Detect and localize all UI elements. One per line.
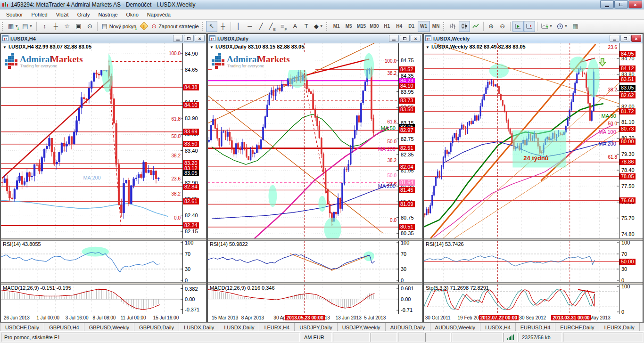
tile-windows-button[interactable]: ▦ xyxy=(570,21,581,32)
chart-restore-button[interactable] xyxy=(620,35,630,42)
cursor-button[interactable]: ↖ xyxy=(206,21,217,32)
equidistant-channel-button[interactable]: ╱E xyxy=(267,21,278,32)
zoom-in-button[interactable]: ⊕ xyxy=(486,21,497,32)
chart-restore-button[interactable] xyxy=(184,35,194,42)
chart-tab-i-usdx-daily[interactable]: I.USDX,Daily xyxy=(179,323,219,331)
indicators-button[interactable]: ▼ xyxy=(539,21,555,32)
toolbar-separator xyxy=(97,22,98,31)
navigator-button[interactable]: ☆ xyxy=(61,21,73,32)
chart-tab-i-usdx-h4[interactable]: I.USDX,H4 xyxy=(480,323,516,331)
chart-minimize-button[interactable] xyxy=(389,35,399,42)
chart-window-daily[interactable]: I.USDX,Daily×100.038.261.850.038.250.023… xyxy=(207,33,422,322)
tf-m5[interactable]: M5 xyxy=(343,21,355,32)
chart-tab-usdchf-daily[interactable]: USDCHF,Daily xyxy=(0,323,44,331)
chart-window-titlebar[interactable]: I.USDX,H4× xyxy=(1,34,206,43)
fibonacci-retracement-button[interactable]: ≡F xyxy=(278,21,289,32)
chart-tab-usdjpy-daily[interactable]: USDJPY,Daily xyxy=(295,323,338,331)
moving-average-line[interactable] xyxy=(1,200,168,216)
chart-close-button[interactable]: × xyxy=(631,35,641,42)
new-chart-button[interactable]: ▦+▼ xyxy=(6,21,20,32)
menu-vlo-it[interactable]: Vložit xyxy=(52,10,73,19)
chart-window-weekly[interactable]: I.USDX,Weekly×23.638.250.061.8MA 50MA 10… xyxy=(423,33,643,322)
chart-tab-eurchf-daily[interactable]: EURCHF,Daily xyxy=(555,323,599,331)
oscillator-tick: -0.371 xyxy=(185,307,199,313)
sto-trend-line[interactable] xyxy=(578,289,594,292)
tf-h1[interactable]: H1 xyxy=(381,21,393,32)
candlestick-chart-button[interactable] xyxy=(459,21,470,32)
down-arrow-icon[interactable] xyxy=(599,58,606,66)
chart-tab-audusd-weekly[interactable]: AUDUSD,Weekly xyxy=(430,323,480,331)
chart-minimize-button[interactable] xyxy=(173,35,183,42)
menu-grafy[interactable]: Grafy xyxy=(73,10,94,19)
new-order-button[interactable]: ▤+Nový pokyn xyxy=(99,21,138,32)
horizontal-line-button[interactable]: ─ xyxy=(244,21,256,32)
bar-chart-button[interactable] xyxy=(447,21,459,32)
main-chart-plot[interactable]: 23.638.250.061.8MA 50MA 100MA 20024 týdn… xyxy=(424,43,619,238)
tf-m15[interactable]: M15 xyxy=(355,21,368,32)
strategy-tester-button[interactable]: ⊙ xyxy=(84,21,95,32)
app-restore-button[interactable] xyxy=(614,0,628,8)
tf-h4[interactable]: H4 xyxy=(393,21,405,32)
chart-restore-button[interactable] xyxy=(400,35,410,42)
chart-shift-button[interactable] xyxy=(524,21,535,32)
menu-okno[interactable]: Okno xyxy=(122,10,143,19)
vertical-line-button[interactable]: │ xyxy=(233,21,244,32)
alerts-button[interactable]: ! xyxy=(138,21,149,32)
menu-n-stroje[interactable]: Nástroje xyxy=(94,10,122,19)
tf-mn[interactable]: MN xyxy=(430,21,442,32)
main-chart-plot[interactable]: 100.061.850.038.223.638.20.0MA 200 xyxy=(1,43,182,238)
chart-tab-eurusd-h4[interactable]: EURUSD,H4 xyxy=(516,323,556,331)
tf-m1[interactable]: M1 xyxy=(330,21,343,32)
line-chart-button[interactable] xyxy=(470,21,481,32)
chart-tab-i-e[interactable]: I.E xyxy=(640,323,644,331)
chart-tab-gbpusd-daily[interactable]: GBPUSD,Daily xyxy=(134,323,179,331)
chart-window-titlebar[interactable]: I.USDX,Daily× xyxy=(208,34,422,43)
text-label-button[interactable]: T xyxy=(301,21,312,32)
menu-soubor[interactable]: Soubor xyxy=(2,10,27,19)
tf-d1[interactable]: D1 xyxy=(405,21,418,32)
trend-line[interactable] xyxy=(303,74,333,225)
market-watch-button[interactable]: ↕ xyxy=(39,21,50,32)
rsi-plot[interactable] xyxy=(424,241,619,282)
terminal-button[interactable]: ▣ xyxy=(73,21,84,32)
chart-tab-usdjpy-weekly[interactable]: USDJPY,Weekly xyxy=(338,323,386,331)
chart-window-titlebar[interactable]: I.USDX,Weekly× xyxy=(424,34,643,43)
menu-pohled[interactable]: Pohled xyxy=(27,10,51,19)
auto-scroll-button[interactable] xyxy=(512,21,524,32)
rsi-plot[interactable] xyxy=(1,241,182,282)
text-button[interactable]: A xyxy=(289,21,301,32)
chart-close-button[interactable]: × xyxy=(195,35,205,42)
chart-window-h4[interactable]: I.USDX,H4×100.061.850.038.223.638.20.0MA… xyxy=(0,33,206,322)
zoom-out-button[interactable]: ⊖ xyxy=(497,21,508,32)
rsi-trend-line[interactable] xyxy=(290,253,333,270)
chart-tab-i-usdx-daily[interactable]: I.USDX,Daily xyxy=(219,323,259,331)
expert-advisors-button[interactable]: ⊙Zapnout strategie xyxy=(149,21,201,32)
moving-average-line[interactable] xyxy=(212,114,389,164)
arrows-button[interactable]: ◆▼ xyxy=(312,21,325,32)
chart-tab-gbpusd-h4[interactable]: GBPUSD,H4 xyxy=(44,323,84,331)
periods-button[interactable]: ▼ xyxy=(555,21,570,32)
menu-n-pov-da[interactable]: Nápověda xyxy=(143,10,175,19)
tf-m30[interactable]: M30 xyxy=(368,21,380,32)
profiles-button[interactable]: ▤▼ xyxy=(20,21,34,32)
app-close-button[interactable]: × xyxy=(628,0,642,8)
trendline-button[interactable]: ╱ xyxy=(256,21,267,32)
chart-tab-i-eurx-h4[interactable]: I.EURX,H4 xyxy=(259,323,295,331)
minimize-icon xyxy=(613,40,616,41)
chart-tab-i-eurx-daily[interactable]: I.EURX,Daily xyxy=(599,323,639,331)
collapse-triangle-icon[interactable]: ▼ xyxy=(3,45,7,49)
main-chart-plot[interactable]: 100.038.261.850.038.250.023.60.0MA 50MA … xyxy=(208,43,398,238)
chart-tab-audusd-daily[interactable]: AUDUSD,Daily xyxy=(386,323,430,331)
chart-close-button[interactable]: × xyxy=(411,35,421,42)
chart-minimize-button[interactable] xyxy=(610,35,619,42)
collapse-triangle-icon[interactable]: ▼ xyxy=(426,45,429,49)
crosshair-button[interactable]: ┼ xyxy=(217,21,229,32)
chart-tab-gbpusd-weekly[interactable]: GBPUSD,Weekly xyxy=(84,323,134,331)
data-window-button[interactable]: ┼ xyxy=(50,21,61,32)
collapse-triangle-icon[interactable]: ▼ xyxy=(210,45,214,49)
fibonacci-retracement-icon: ≡ xyxy=(281,23,284,29)
rsi-trend-line[interactable] xyxy=(331,255,369,270)
tf-w1[interactable]: W1 xyxy=(418,21,430,32)
rsi-plot[interactable] xyxy=(208,241,398,282)
app-minimize-button[interactable] xyxy=(600,0,614,8)
